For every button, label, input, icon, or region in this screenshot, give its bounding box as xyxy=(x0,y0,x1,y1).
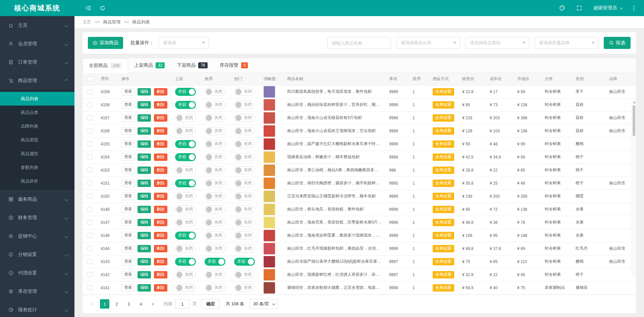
commission-button[interactable]: 全局设置 xyxy=(433,101,454,109)
hot-toggle[interactable]: 关闭 xyxy=(234,218,255,227)
scrollbar-thumb[interactable] xyxy=(633,105,635,136)
theme-palette-icon[interactable] xyxy=(559,5,565,11)
onsale-toggle[interactable]: 关闭 xyxy=(175,284,196,292)
hot-toggle[interactable]: 关闭 xyxy=(234,232,255,240)
recommend-toggle[interactable]: 关闭 xyxy=(205,179,225,187)
delete-button[interactable]: 删除 xyxy=(154,140,167,148)
select-all-checkbox[interactable] xyxy=(88,76,93,81)
edit-button[interactable]: 编辑 xyxy=(138,114,151,122)
hot-toggle[interactable]: 关闭 xyxy=(234,205,255,213)
per-page-select[interactable]: 30 条/页 xyxy=(250,299,278,309)
view-button[interactable]: 查看 xyxy=(121,219,135,226)
edit-button[interactable]: 编辑 xyxy=(138,193,151,200)
tab-off-sale[interactable]: 下架商品76 xyxy=(171,58,213,73)
delete-button[interactable]: 删除 xyxy=(154,180,167,187)
edit-button[interactable]: 编辑 xyxy=(138,271,151,278)
onsale-toggle[interactable]: 开启 xyxy=(175,232,196,240)
edit-button[interactable]: 编辑 xyxy=(138,167,151,174)
hot-toggle[interactable]: 开启 xyxy=(234,258,255,266)
tab-stock-alert[interactable]: 库存报警0 xyxy=(214,58,254,73)
onsale-toggle[interactable]: 关闭 xyxy=(175,218,196,227)
sidebar-item-orders[interactable]: 订单管理 xyxy=(0,53,74,71)
hot-toggle[interactable]: 关闭 xyxy=(234,114,255,122)
scroll-up-arrow-icon[interactable] xyxy=(633,101,636,103)
sidebar-item-product-type[interactable]: 商品类型 xyxy=(0,133,74,147)
row-checkbox[interactable] xyxy=(88,220,93,225)
delete-button[interactable]: 删除 xyxy=(154,232,167,239)
breadcrumb-section[interactable]: 商品管理 xyxy=(103,19,120,25)
view-button[interactable]: 查看 xyxy=(121,271,135,278)
sidebar-item-agent[interactable]: 代理设置 xyxy=(0,264,74,282)
recommend-toggle[interactable]: 关闭 xyxy=(205,232,225,240)
onsale-toggle[interactable]: 关闭 xyxy=(175,127,196,135)
delete-button[interactable]: 删除 xyxy=(154,127,167,135)
recommend-toggle[interactable]: 关闭 xyxy=(205,127,225,135)
row-checkbox[interactable] xyxy=(88,285,93,290)
view-button[interactable]: 查看 xyxy=(121,167,135,174)
row-checkbox[interactable] xyxy=(88,141,93,146)
recommend-toggle[interactable]: 关闭 xyxy=(205,271,225,279)
row-checkbox[interactable] xyxy=(88,181,93,186)
view-button[interactable]: 查看 xyxy=(121,232,135,239)
sidebar-item-stock[interactable]: 库存管理 xyxy=(0,282,74,301)
recommend-toggle[interactable]: 关闭 xyxy=(205,88,225,96)
recommend-toggle[interactable]: 开启 xyxy=(205,258,225,266)
recommend-toggle[interactable]: 关闭 xyxy=(205,205,225,213)
collapse-menu-icon[interactable] xyxy=(85,5,91,11)
commission-button[interactable]: 全局设置 xyxy=(433,232,454,239)
view-button[interactable]: 查看 xyxy=(121,258,135,265)
row-checkbox[interactable] xyxy=(88,259,93,264)
view-button[interactable]: 查看 xyxy=(121,127,135,135)
breadcrumb-home[interactable]: 主页 xyxy=(83,19,91,25)
edit-button[interactable]: 编辑 xyxy=(138,127,151,135)
delete-button[interactable]: 删除 xyxy=(154,167,167,174)
recommend-toggle[interactable]: 关闭 xyxy=(205,284,225,292)
more-options-icon[interactable] xyxy=(633,5,635,11)
edit-button[interactable]: 编辑 xyxy=(138,258,151,265)
sidebar-item-product-attr[interactable]: 商品属性 xyxy=(0,147,74,161)
refresh-icon[interactable] xyxy=(100,5,105,11)
view-button[interactable]: 查看 xyxy=(121,88,135,96)
row-checkbox[interactable] xyxy=(88,207,93,212)
page-button-2[interactable]: 2 xyxy=(112,299,121,309)
onsale-toggle[interactable]: 开启 xyxy=(175,88,196,96)
onsale-toggle[interactable]: 开启 xyxy=(175,101,196,109)
user-menu[interactable]: 超级管理员 xyxy=(593,5,622,11)
sidebar-item-product-review[interactable]: 商品评价 xyxy=(0,174,74,188)
sidebar-item-finance[interactable]: 财务管理 xyxy=(0,208,74,227)
sidebar-item-product-category[interactable]: 商品分类 xyxy=(0,106,74,119)
hot-toggle[interactable]: 关闭 xyxy=(234,245,255,253)
onsale-toggle[interactable]: 关闭 xyxy=(175,205,196,213)
fullscreen-icon[interactable] xyxy=(577,5,582,11)
recommend-toggle[interactable]: 关闭 xyxy=(205,218,225,227)
edit-button[interactable]: 编辑 xyxy=(138,140,151,148)
view-button[interactable]: 查看 xyxy=(121,206,135,213)
sidebar-item-promotion[interactable]: 促销中心 xyxy=(0,227,74,245)
product-name-input[interactable] xyxy=(327,37,391,49)
goto-page-input[interactable] xyxy=(175,299,190,309)
page-button-4[interactable]: 4 xyxy=(136,299,146,309)
delete-button[interactable]: 删除 xyxy=(154,193,167,200)
row-checkbox[interactable] xyxy=(88,128,93,133)
brand-select[interactable]: 请选择所属品牌 xyxy=(535,37,598,49)
row-checkbox[interactable] xyxy=(88,233,93,238)
commission-button[interactable]: 全局设置 xyxy=(433,88,454,96)
onsale-toggle[interactable]: 关闭 xyxy=(175,192,196,200)
view-button[interactable]: 查看 xyxy=(121,284,135,292)
row-checkbox[interactable] xyxy=(88,115,93,120)
goto-confirm-button[interactable]: 确定 xyxy=(202,299,220,309)
recommend-toggle[interactable]: 关闭 xyxy=(205,114,225,122)
tab-on-sale[interactable]: 上架商品32 xyxy=(128,58,171,73)
commission-button[interactable]: 全局设置 xyxy=(433,245,454,252)
sidebar-item-service-goods[interactable]: 服务商品 xyxy=(0,190,74,208)
commission-button[interactable]: 全局设置 xyxy=(433,114,454,122)
tab-all-products[interactable]: 全部商品108 xyxy=(83,58,128,73)
recommend-toggle[interactable]: 关闭 xyxy=(205,140,225,148)
edit-button[interactable]: 编辑 xyxy=(138,180,151,187)
row-checkbox[interactable] xyxy=(88,272,93,277)
delete-button[interactable]: 删除 xyxy=(154,284,167,292)
next-page-button[interactable]: › xyxy=(148,299,158,309)
commission-button[interactable]: 全局设置 xyxy=(433,127,454,135)
hot-toggle[interactable]: 关闭 xyxy=(234,179,255,187)
edit-button[interactable]: 编辑 xyxy=(138,245,151,252)
